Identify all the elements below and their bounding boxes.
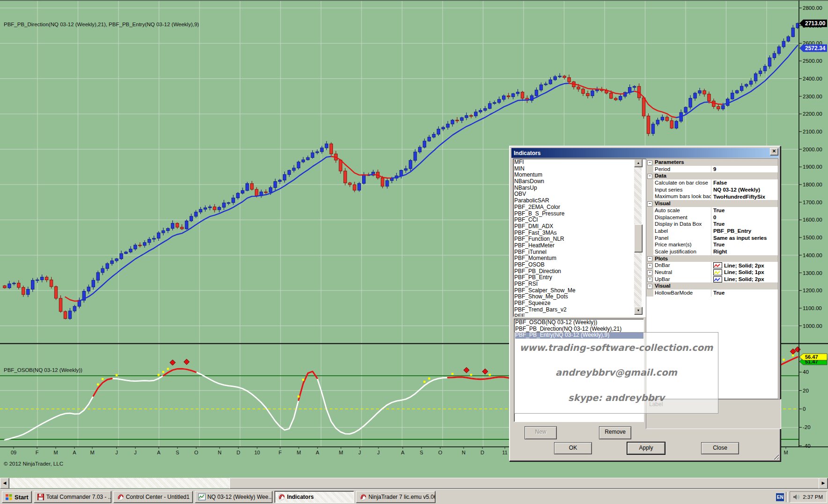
clock[interactable]: 2:37 PM — [803, 494, 823, 500]
dialog-titlebar[interactable]: Indicators — [511, 148, 779, 158]
property-value[interactable]: True — [711, 289, 778, 296]
indicator-list-item[interactable]: PBF_Function_NLR — [514, 236, 643, 243]
language-indicator[interactable]: EN — [776, 493, 784, 501]
indicator-list-item[interactable]: PBF_CCI — [514, 217, 643, 223]
chart-hscrollbar[interactable]: ◀ ▶ — [0, 478, 828, 488]
property-row[interactable]: Period9 — [646, 166, 778, 173]
property-value[interactable]: Line; Solid; 1px — [711, 269, 778, 276]
indicator-list-item[interactable]: PFE — [514, 313, 643, 318]
indicator-list-item[interactable]: PBF_Trend_Bars_v2 — [514, 307, 643, 313]
property-row[interactable]: Scale justificationRight — [646, 248, 778, 255]
indicator-list-item[interactable]: PBF_Fast_3MAs — [514, 230, 643, 237]
indicator-list-item[interactable]: PBF_PB_Entry — [514, 274, 643, 281]
start-button[interactable]: Start — [2, 491, 32, 503]
indicator-list-item[interactable]: PBF_HeatMeter — [514, 243, 643, 249]
configured-indicator-item[interactable]: PBF_OSOB(NQ 03-12 (Weekly)) — [515, 319, 643, 326]
property-value[interactable]: 0 — [711, 214, 778, 221]
task-button[interactable]: Total Commander 7.03 - ... — [34, 491, 111, 503]
property-row[interactable]: HollowBarModeTrue — [646, 289, 778, 296]
property-value[interactable]: 9 — [711, 166, 778, 173]
property-value[interactable]: PBF_PB_Entry — [711, 228, 778, 235]
property-row[interactable]: Display in Data BoxTrue — [646, 221, 778, 228]
property-value[interactable]: TwoHundredFiftySix — [711, 193, 778, 200]
property-value[interactable]: True — [711, 241, 778, 248]
property-grid[interactable]: −ParametersPeriod9−DataCalculate on bar … — [646, 158, 778, 399]
property-row[interactable]: Displacement0 — [646, 214, 778, 221]
property-row[interactable]: Calculate on bar closeFalse — [646, 179, 778, 186]
indicator-list-item[interactable]: PBF_B_S_Pressure — [514, 211, 643, 217]
configured-indicator-item[interactable]: PBF_PB_Direction(NQ 03-12 (Weekly),21) — [515, 326, 643, 333]
available-indicators-list[interactable]: MFIMINMomentumNBarsDownNBarsUpOBVParabol… — [513, 158, 652, 317]
property-row[interactable]: Price marker(s)True — [646, 241, 778, 248]
indicator-list-item[interactable]: PBF_iTunnel — [514, 249, 643, 256]
indicator-list-item[interactable]: PBF_OSOB — [514, 262, 643, 268]
expand-icon[interactable]: + — [647, 277, 652, 282]
property-value[interactable]: Same as input series — [711, 235, 778, 242]
list-scrollbar[interactable]: ▲ ▼ — [634, 159, 642, 315]
remove-button[interactable]: Remove — [599, 426, 631, 439]
collapse-icon[interactable]: − — [647, 174, 652, 179]
property-row[interactable]: +DnBarLine; Solid; 2px — [646, 262, 778, 269]
property-category-row[interactable]: −Visual — [646, 200, 778, 207]
indicator-list-item[interactable]: MFI — [514, 159, 643, 166]
indicator-list-item[interactable]: PBF_PB_Direction — [514, 268, 643, 275]
property-value[interactable] — [711, 159, 778, 166]
indicator-list-item[interactable]: PBF_2EMA_Color — [514, 204, 643, 211]
collapse-icon[interactable]: − — [647, 256, 652, 261]
expand-icon[interactable]: + — [647, 263, 652, 268]
property-value[interactable]: NQ 03-12 (Weekly) — [711, 186, 778, 193]
indicator-list-item[interactable]: OBV — [514, 191, 643, 198]
property-category-row[interactable]: −Visual — [646, 282, 778, 289]
property-category-row[interactable]: −Plots — [646, 255, 778, 262]
indicator-list-item[interactable]: NBarsDown — [514, 178, 643, 185]
indicator-list-item[interactable]: PBF_Momentum — [514, 255, 643, 262]
property-row[interactable]: LabelPBF_PB_Entry — [646, 228, 778, 235]
property-category-row[interactable]: −Parameters — [646, 159, 778, 166]
expand-icon[interactable]: + — [647, 270, 652, 275]
indicator-list-item[interactable]: MIN — [514, 166, 643, 172]
property-value[interactable] — [711, 172, 778, 179]
task-button[interactable]: Indicators — [274, 491, 354, 503]
property-value[interactable] — [711, 200, 778, 207]
property-value[interactable]: Line; Solid; 2px — [711, 276, 778, 283]
indicator-list-item[interactable]: PBF_Show_Me_Dots — [514, 294, 643, 300]
configured-indicators-list[interactable]: PBF_OSOB(NQ 03-12 (Weekly))PBF_PB_Direct… — [514, 319, 644, 422]
task-button[interactable]: NinjaTrader 7 lic.emu v5.06 — [356, 491, 436, 503]
resize-grip[interactable] — [773, 453, 779, 460]
property-value[interactable]: False — [711, 179, 778, 186]
scroll-down-icon[interactable]: ▼ — [634, 307, 643, 315]
property-row[interactable]: Input seriesNQ 03-12 (Weekly) — [646, 186, 778, 193]
property-value[interactable]: Line; Solid; 2px — [711, 262, 778, 269]
scroll-up-icon[interactable]: ▲ — [634, 159, 643, 167]
property-row[interactable]: PanelSame as input series — [646, 235, 778, 242]
configured-indicator-item[interactable]: PBF_PB_Entry(NQ 03-12 (Weekly),9) — [515, 332, 643, 339]
indicator-list-item[interactable]: NBarsUp — [514, 185, 643, 192]
scroll-right-button[interactable]: ▶ — [819, 478, 828, 489]
close-dialog-button[interactable]: Close — [701, 442, 739, 454]
scroll-left-button[interactable]: ◀ — [0, 478, 9, 489]
task-button[interactable]: Control Center - Untitled1 — [113, 491, 193, 503]
property-value[interactable] — [711, 255, 778, 262]
property-row[interactable]: Auto scaleTrue — [646, 207, 778, 214]
property-value[interactable] — [711, 282, 778, 289]
new-button[interactable]: New — [525, 426, 557, 439]
property-value[interactable]: Right — [711, 248, 778, 255]
indicator-list-item[interactable]: PBF_RSI — [514, 281, 643, 288]
indicator-list-item[interactable]: PBF_Squeeze — [514, 300, 643, 307]
indicator-list-item[interactable]: PBF_DMI_ADX — [514, 223, 643, 230]
property-value[interactable]: True — [711, 221, 778, 228]
dialog-close-icon[interactable]: ✕ — [770, 148, 778, 156]
collapse-icon[interactable]: − — [647, 160, 652, 165]
property-value[interactable]: True — [711, 207, 778, 214]
apply-button[interactable]: Apply — [627, 442, 665, 454]
property-category-row[interactable]: −Data — [646, 172, 778, 179]
collapse-icon[interactable]: − — [647, 284, 652, 289]
indicator-list-item[interactable]: PBF_Scalper_Show_Me — [514, 288, 643, 294]
ok-button[interactable]: OK — [554, 442, 592, 454]
property-row[interactable]: +UpBarLine; Solid; 2px — [646, 276, 778, 283]
volume-icon[interactable] — [792, 493, 800, 501]
indicator-list-item[interactable]: ParabolicSAR — [514, 198, 643, 204]
vscroll-thumb[interactable] — [634, 224, 643, 252]
collapse-icon[interactable]: − — [647, 201, 652, 207]
task-button[interactable]: NQ 03-12 (Weekly) Wee... — [195, 491, 273, 503]
